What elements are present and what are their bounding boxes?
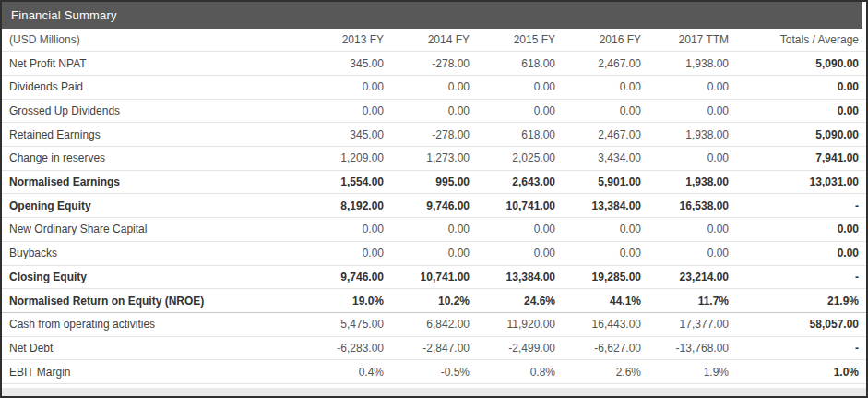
value-cell: 618.00: [477, 52, 563, 76]
table-row: Buybacks0.000.000.000.000.000.00: [2, 241, 866, 265]
row-label: Normalised Return on Equity (NROE): [2, 289, 305, 313]
value-cell: 0.00: [305, 99, 391, 123]
row-label: Normalised Earnings: [2, 170, 305, 194]
total-cell: -: [736, 265, 866, 289]
table-row: Normalised Earnings1,554.00995.002,643.0…: [2, 170, 866, 194]
value-cell: 44.1%: [563, 289, 648, 313]
row-label: EBIT Margin: [2, 360, 305, 384]
value-cell: 5,475.00: [305, 312, 391, 336]
value-cell: -2,847.00: [391, 336, 477, 360]
value-cell: 19,285.00: [563, 265, 648, 289]
value-cell: -278.00: [391, 52, 477, 76]
financial-table-container: (USD Millions) 2013 FY2014 FY2015 FY2016…: [2, 29, 866, 384]
value-cell: 2.6%: [563, 360, 648, 384]
panel-title: Financial Summary: [11, 8, 117, 22]
value-cell: 1,209.00: [305, 147, 391, 171]
total-cell: 0.00: [736, 76, 866, 100]
value-cell: 9,746.00: [305, 265, 391, 289]
value-cell: -6,627.00: [563, 336, 648, 360]
value-cell: 0.00: [305, 218, 391, 242]
value-cell: 0.00: [391, 218, 477, 242]
table-row: Cash from operating activities5,475.006,…: [2, 312, 866, 336]
column-header: 2014 FY: [391, 29, 477, 52]
row-label: Opening Equity: [2, 194, 305, 218]
value-cell: 995.00: [391, 170, 477, 194]
value-cell: 0.4%: [305, 360, 391, 384]
value-cell: 10,741.00: [391, 265, 477, 289]
value-cell: 23,214.00: [648, 265, 736, 289]
value-cell: 0.00: [305, 241, 391, 265]
value-cell: 2,467.00: [563, 52, 648, 76]
value-cell: -0.5%: [391, 360, 477, 384]
value-cell: 13,384.00: [477, 265, 563, 289]
value-cell: 19.0%: [305, 289, 391, 313]
value-cell: 9,746.00: [391, 194, 477, 218]
value-cell: 0.00: [477, 218, 563, 242]
table-row: Closing Equity9,746.0010,741.0013,384.00…: [2, 265, 866, 289]
table-row: Net Profit NPAT345.00-278.00618.002,467.…: [2, 52, 866, 76]
value-cell: 8,192.00: [305, 194, 391, 218]
value-cell: -2,499.00: [477, 336, 563, 360]
total-cell: 1.0%: [736, 360, 866, 384]
value-cell: 24.6%: [477, 289, 563, 313]
unit-label: (USD Millions): [2, 29, 305, 52]
table-row: New Ordinary Share Capital0.000.000.000.…: [2, 218, 866, 242]
value-cell: 11,920.00: [477, 312, 563, 336]
value-cell: 345.00: [305, 123, 391, 147]
total-cell: -: [736, 194, 866, 218]
value-cell: 0.00: [648, 99, 736, 123]
value-cell: 1,554.00: [305, 170, 391, 194]
total-cell: 5,090.00: [736, 123, 866, 147]
value-cell: 0.00: [648, 241, 736, 265]
row-label: Closing Equity: [2, 265, 305, 289]
value-cell: 0.00: [477, 241, 563, 265]
value-cell: 5,901.00: [563, 170, 648, 194]
panel-title-bar: Financial Summary: [2, 2, 862, 29]
column-header: 2015 FY: [477, 29, 563, 52]
value-cell: -13,768.00: [648, 336, 736, 360]
total-cell: -: [736, 336, 866, 360]
value-cell: 0.00: [563, 241, 648, 265]
row-label: Grossed Up Dividends: [2, 99, 305, 123]
value-cell: 0.00: [391, 76, 477, 100]
value-cell: 618.00: [477, 123, 563, 147]
row-label: Net Debt: [2, 336, 305, 360]
value-cell: 0.00: [391, 99, 477, 123]
column-header: 2016 FY: [563, 29, 648, 52]
total-cell: 0.00: [736, 218, 866, 242]
value-cell: 0.00: [391, 241, 477, 265]
value-cell: 345.00: [305, 52, 391, 76]
value-cell: 0.00: [648, 147, 736, 171]
value-cell: 16,538.00: [648, 194, 736, 218]
value-cell: 6,842.00: [391, 312, 477, 336]
value-cell: 16,443.00: [563, 312, 648, 336]
value-cell: 1,273.00: [391, 147, 477, 171]
panel-footer-strip: [2, 388, 866, 396]
column-header: 2017 TTM: [648, 29, 736, 52]
table-row: Retained Earnings345.00-278.00618.002,46…: [2, 123, 866, 147]
value-cell: 13,384.00: [563, 194, 648, 218]
value-cell: 1,938.00: [648, 52, 736, 76]
column-header-row: (USD Millions) 2013 FY2014 FY2015 FY2016…: [2, 29, 866, 52]
value-cell: 10,741.00: [477, 194, 563, 218]
row-label: Cash from operating activities: [2, 312, 305, 336]
row-label: Change in reserves: [2, 147, 305, 171]
row-label: New Ordinary Share Capital: [2, 218, 305, 242]
value-cell: 2,643.00: [477, 170, 563, 194]
table-row: Opening Equity8,192.009,746.0010,741.001…: [2, 194, 866, 218]
value-cell: -6,283.00: [305, 336, 391, 360]
column-header: Totals / Average: [736, 29, 866, 52]
value-cell: -278.00: [391, 123, 477, 147]
value-cell: 0.00: [648, 76, 736, 100]
table-row: Dividends Paid0.000.000.000.000.000.00: [2, 76, 866, 100]
total-cell: 21.9%: [736, 289, 866, 313]
row-label: Net Profit NPAT: [2, 52, 305, 76]
row-label: Buybacks: [2, 241, 305, 265]
total-cell: 5,090.00: [736, 52, 866, 76]
table-row: Change in reserves1,209.001,273.002,025.…: [2, 147, 866, 171]
financial-table: (USD Millions) 2013 FY2014 FY2015 FY2016…: [2, 29, 866, 384]
value-cell: 0.00: [477, 76, 563, 100]
value-cell: 1,938.00: [648, 123, 736, 147]
value-cell: 0.00: [305, 76, 391, 100]
table-row: Grossed Up Dividends0.000.000.000.000.00…: [2, 99, 866, 123]
